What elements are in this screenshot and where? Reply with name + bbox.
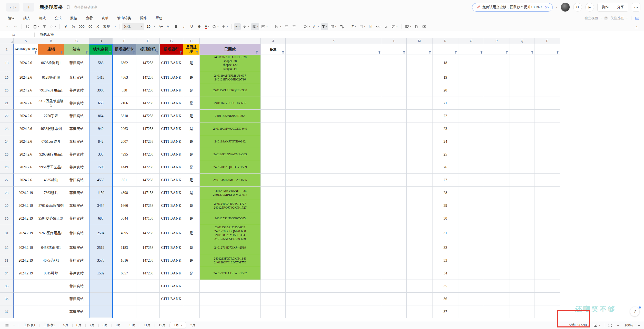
cell-C22[interactable]: 菲律宾站 (64, 110, 89, 122)
sheet-tab-6[interactable]: 8月 (99, 322, 112, 328)
cell-J1[interactable]: 备注 (261, 44, 286, 55)
cell-N37[interactable]: 37 (432, 305, 458, 318)
cell-G23[interactable]: CITI BANK (160, 122, 183, 135)
undo-icon[interactable]: ↶ (5, 23, 11, 30)
cell-I34[interactable]: 24012971FCDEWF-1502 (200, 267, 261, 280)
cell-C28[interactable]: 菲律宾站 (64, 187, 89, 199)
cell-C37[interactable]: 菲律宾站 (64, 305, 89, 318)
cell-M25[interactable] (407, 148, 432, 161)
cell-G28[interactable]: CITI BANK (160, 187, 183, 199)
cell-K30[interactable] (286, 212, 382, 225)
cell-N24[interactable]: 24 (432, 135, 458, 148)
menu-item-4[interactable]: 公式 (55, 16, 62, 20)
cell-I23[interactable]: 2401199MWQGGSG-949 (200, 122, 261, 135)
cell-R33[interactable] (535, 254, 560, 267)
cell-D18[interactable]: 586 (89, 55, 113, 71)
cell-K25[interactable] (286, 148, 382, 161)
cell-G31[interactable]: CITI BANK (160, 225, 183, 241)
cell-P31[interactable] (484, 225, 509, 241)
cell-E37[interactable] (113, 305, 136, 318)
cell-B27[interactable]: 4635精油 (38, 174, 64, 187)
filter-funnel-icon[interactable] (132, 51, 135, 54)
cell-O18[interactable] (458, 55, 484, 71)
column-header-L[interactable]: L (382, 38, 407, 44)
paste-caret-icon[interactable]: ▾ (38, 25, 39, 28)
board-view-icon[interactable]: ▾ (593, 323, 600, 327)
cell-J21[interactable] (261, 97, 286, 110)
cell-O19[interactable] (458, 71, 484, 84)
cell-J28[interactable] (261, 187, 286, 199)
column-header-P[interactable]: P (484, 38, 509, 44)
cell-A34[interactable]: 2024.2.19 (14, 267, 38, 280)
cell-K20[interactable] (286, 84, 382, 97)
font-color-button[interactable]: A▾ (204, 23, 210, 30)
cell-B22[interactable]: 2750手表 (38, 110, 64, 122)
cell-F36[interactable] (136, 293, 160, 305)
cell-L25[interactable] (382, 148, 407, 161)
cell-P32[interactable] (484, 241, 509, 254)
column-header-D[interactable]: D (89, 38, 113, 44)
font-size-select[interactable]: 10▾ (145, 23, 156, 30)
cell-M31[interactable] (407, 225, 432, 241)
cell-I36[interactable] (200, 293, 261, 305)
row-header-37[interactable]: 37 (0, 305, 14, 318)
cell-N35[interactable]: 35 (432, 280, 458, 293)
cell-B30[interactable]: 9504姿势矫正器 (38, 212, 64, 225)
cell-R25[interactable] (535, 148, 560, 161)
cell-H20[interactable]: 是 (183, 84, 200, 97)
cell-L28[interactable] (382, 187, 407, 199)
zoom-in-button[interactable]: + (637, 323, 641, 327)
cell-F26[interactable]: 147258 (136, 161, 160, 174)
redo-icon[interactable]: ↷ (12, 23, 19, 30)
cell-N21[interactable]: 21 (432, 97, 458, 110)
bold-button[interactable]: B (173, 23, 179, 30)
cell-O1[interactable] (458, 44, 484, 55)
row-header-22[interactable]: 22 (0, 110, 14, 122)
collaborate-button[interactable]: 协作 (598, 5, 613, 9)
cell-I33[interactable]: 2401283FQ7R0KN-1843 2401283FT1EBX7-1770 (200, 254, 261, 267)
chart-icon[interactable] (383, 23, 389, 30)
sheet-tab-11[interactable]: 1月▾ (170, 322, 186, 328)
horizontal-align-icon[interactable]: ≡▾ (234, 23, 241, 30)
cell-M24[interactable] (407, 135, 432, 148)
row-header-27[interactable]: 27 (0, 174, 14, 187)
cell-P21[interactable] (484, 97, 509, 110)
cell-L23[interactable] (382, 122, 407, 135)
cell-R34[interactable] (535, 267, 560, 280)
cell-R23[interactable] (535, 122, 560, 135)
cell-O29[interactable] (458, 199, 484, 212)
more-button[interactable]: ⋯ (632, 3, 640, 12)
row-header-33[interactable]: 33 (0, 254, 14, 267)
menu-item-9[interactable]: 插件 (140, 16, 147, 20)
cell-H34[interactable]: 是 (183, 267, 200, 280)
cell-D34[interactable]: 1502 (89, 267, 113, 280)
print-icon[interactable] (24, 23, 31, 30)
cell-F19[interactable]: 147258 (136, 71, 160, 84)
filter-funnel-icon[interactable] (60, 51, 63, 54)
cell-G35[interactable]: CITI BANK (160, 280, 183, 293)
cell-G34[interactable]: CITI BANK (160, 267, 183, 280)
filter-funnel-icon[interactable] (480, 51, 483, 54)
cell-R35[interactable] (535, 280, 560, 293)
cell-A37[interactable] (14, 305, 38, 318)
cell-H24[interactable]: 是 (183, 135, 200, 148)
cell-I18[interactable]: 240112NAKTGNFX-828 shopee-38 shopee-120 … (200, 55, 261, 71)
cell-C30[interactable]: 菲律宾站 (64, 212, 89, 225)
back-button-group[interactable]: ‹ ▾ (6, 3, 19, 12)
cell-D31[interactable]: 2504 (89, 225, 113, 241)
cell-C33[interactable]: 菲律宾站 (64, 254, 89, 267)
cell-F31[interactable]: 147258 (136, 225, 160, 241)
cell-O22[interactable] (458, 110, 484, 122)
cell-D26[interactable]: 1509 (89, 161, 113, 174)
cell-J20[interactable] (261, 84, 286, 97)
cell-H18[interactable]: 是 (183, 55, 200, 71)
cell-D30[interactable]: 685 (89, 212, 113, 225)
sum-icon[interactable]: Σ▾ (350, 23, 357, 30)
cell-E19[interactable]: 4863 (113, 71, 136, 84)
cell-K23[interactable] (286, 122, 382, 135)
cell-B21[interactable]: 3317万圣节服装1 (38, 97, 64, 110)
cell-M30[interactable] (407, 212, 432, 225)
pivot-table-icon[interactable]: ▾ (358, 23, 366, 30)
cell-F34[interactable]: 147258 (136, 267, 160, 280)
cell-I32[interactable]: 24012714D7XXJ4-2519 (200, 241, 261, 254)
